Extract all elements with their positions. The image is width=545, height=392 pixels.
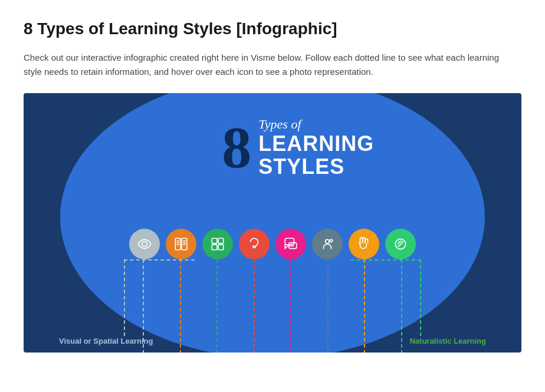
grid-icon bbox=[210, 236, 225, 252]
solitary-icon-circle[interactable] bbox=[312, 229, 343, 259]
person-icon bbox=[320, 236, 335, 252]
visual-icon-circle[interactable] bbox=[129, 229, 160, 259]
svg-rect-14 bbox=[285, 238, 294, 245]
leaf-icon bbox=[393, 236, 408, 252]
infographic-container: 8 Types of LEARNING STYLES bbox=[24, 93, 521, 353]
page-title: 8 Types of Learning Styles [Infographic] bbox=[24, 19, 521, 39]
logical-icon-circle[interactable] bbox=[202, 229, 233, 259]
svg-rect-2 bbox=[182, 238, 187, 250]
eye-icon bbox=[137, 236, 152, 252]
learning-styles: LEARNING STYLES bbox=[258, 132, 374, 179]
book-icon bbox=[173, 236, 189, 252]
svg-rect-10 bbox=[212, 238, 217, 243]
svg-point-17 bbox=[330, 239, 332, 242]
svg-point-16 bbox=[326, 239, 330, 243]
page-description: Check out our interactive infographic cr… bbox=[24, 51, 507, 79]
reading-icon-circle[interactable] bbox=[166, 229, 196, 259]
svg-rect-1 bbox=[175, 238, 180, 250]
label-naturalistic: Naturalistic Learning bbox=[410, 337, 486, 347]
icons-row bbox=[129, 229, 416, 259]
naturalistic-icon-circle[interactable] bbox=[385, 229, 416, 259]
hand-icon bbox=[356, 236, 372, 252]
kinesthetic-icon-circle[interactable] bbox=[349, 229, 379, 259]
svg-point-0 bbox=[142, 241, 147, 246]
types-of: Types of bbox=[258, 117, 374, 132]
infographic-title: 8 Types of LEARNING STYLES bbox=[257, 117, 409, 179]
svg-rect-11 bbox=[218, 238, 224, 243]
extended-line-left-v bbox=[124, 259, 125, 336]
extended-line-right-h bbox=[350, 259, 421, 261]
extended-line-left-h bbox=[124, 259, 195, 261]
title-text: Types of LEARNING STYLES bbox=[258, 117, 374, 179]
auditory-icon-circle[interactable] bbox=[239, 229, 270, 259]
social-icon-circle[interactable] bbox=[275, 229, 306, 259]
label-visual-spatial: Visual or Spatial Learning bbox=[59, 337, 153, 347]
bottom-labels: Visual or Spatial Learning Naturalistic … bbox=[24, 337, 521, 347]
svg-rect-13 bbox=[218, 245, 224, 250]
extended-line-right-v bbox=[420, 259, 421, 336]
svg-rect-12 bbox=[212, 245, 217, 250]
ear-icon bbox=[247, 236, 262, 252]
infographic-inner: 8 Types of LEARNING STYLES bbox=[24, 93, 521, 353]
chat-icon bbox=[283, 236, 298, 252]
page-content: 8 Types of Learning Styles [Infographic]… bbox=[0, 0, 545, 353]
big-eight: 8 bbox=[222, 118, 251, 177]
